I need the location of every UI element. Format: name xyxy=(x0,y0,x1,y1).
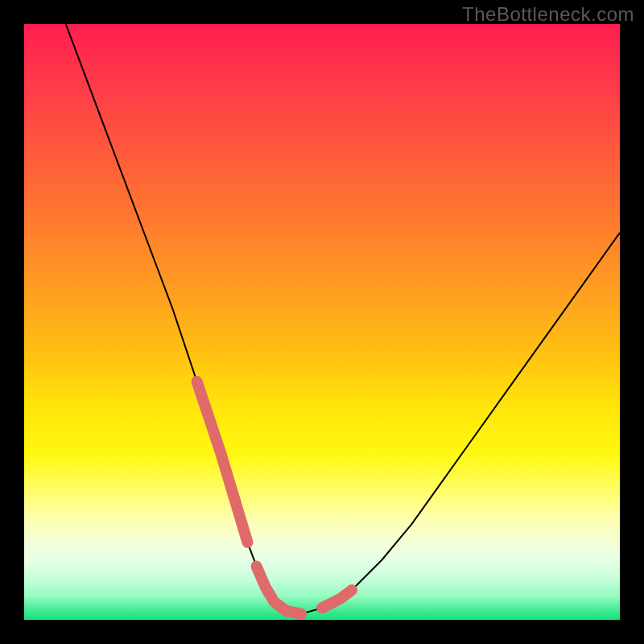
series-highlight-left-descent xyxy=(197,382,248,543)
chart-root: TheBottleneck.com xyxy=(0,0,644,644)
series-highlight-right-ascent xyxy=(322,590,352,608)
plot-area xyxy=(24,24,620,620)
series-highlight-valley xyxy=(257,566,302,613)
watermark-text: TheBottleneck.com xyxy=(462,3,634,26)
curve-overlay xyxy=(24,24,620,620)
series-bottleneck-curve xyxy=(66,24,620,614)
